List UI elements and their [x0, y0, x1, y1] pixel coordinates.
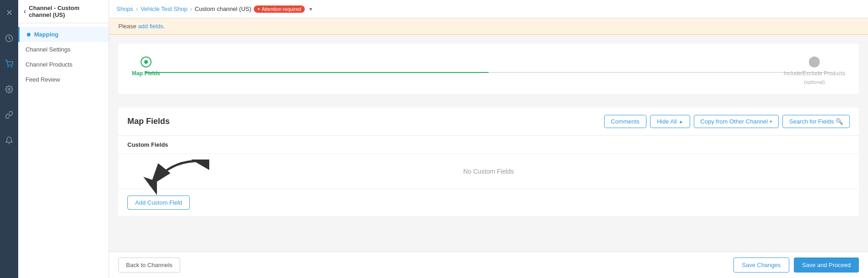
bell-icon[interactable] — [1, 132, 17, 149]
sidebar-item-channel-settings-label: Channel Settings — [25, 46, 71, 53]
empty-message: No Custom Fields — [463, 168, 514, 175]
add-field-row: Add Custom Field — [118, 189, 859, 216]
custom-fields-empty: No Custom Fields — [118, 154, 859, 189]
section-actions: Comments Hide All ▲ Copy from Other Chan… — [604, 115, 850, 128]
copy-from-channel-button[interactable]: Copy from Other Channel ▾ — [694, 115, 779, 128]
step-circle-1 — [141, 57, 151, 67]
footer: Back to Channels Save Changes Save and P… — [109, 252, 868, 278]
breadcrumb-sep-2: › — [190, 6, 192, 12]
breadcrumb-current: Custom channel (US) — [195, 5, 251, 12]
stepper-steps: Map Fields Include/Exclude Products (opt… — [132, 53, 845, 85]
sidebar: ‹ Channel - Custom channel (US) Mapping … — [18, 0, 109, 278]
hide-all-caret-icon: ▲ — [679, 119, 683, 124]
sidebar-item-channel-settings[interactable]: Channel Settings — [18, 42, 109, 57]
alert-prefix: Please — [118, 23, 138, 30]
section-title: Map Fields — [127, 117, 170, 126]
attention-badge: Attention required — [254, 5, 305, 13]
sidebar-title: Channel - Custom channel (US) — [29, 5, 103, 18]
footer-right: Save Changes Save and Proceed — [733, 257, 859, 273]
svg-point-2 — [11, 67, 12, 67]
active-indicator — [27, 33, 30, 36]
hide-all-label: Hide All — [657, 118, 677, 125]
copy-from-caret-icon: ▾ — [770, 119, 772, 124]
svg-point-3 — [8, 88, 10, 91]
search-icon: 🔍 — [836, 118, 843, 125]
content-area: Map Fields Include/Exclude Products (opt… — [109, 35, 868, 252]
svg-point-1 — [8, 67, 9, 67]
step-dot-1 — [144, 60, 148, 64]
search-for-fields-button[interactable]: Search for Fields 🔍 — [782, 115, 850, 128]
search-for-fields-label: Search for Fields — [789, 118, 834, 125]
step-label-1: Map Fields — [132, 70, 160, 77]
sidebar-item-channel-products-label: Channel Products — [25, 61, 72, 68]
sidebar-item-mapping[interactable]: Mapping — [18, 27, 109, 42]
step-sublabel-2: (optional) — [804, 79, 825, 85]
breadcrumb-shops[interactable]: Shops — [116, 5, 133, 12]
sidebar-item-feed-review[interactable]: Feed Review — [18, 72, 109, 87]
sidebar-close-icon[interactable]: ‹ — [24, 7, 26, 15]
stepper-step-include-exclude: Include/Exclude Products (optional) — [784, 53, 845, 85]
save-and-proceed-button[interactable]: Save and Proceed — [794, 257, 859, 273]
close-icon[interactable]: ✕ — [1, 5, 17, 21]
alert-link[interactable]: add fields. — [138, 23, 165, 30]
custom-fields-label: Custom Fields — [127, 141, 168, 148]
icon-bar: ✕ — [0, 0, 18, 278]
copy-from-label: Copy from Other Channel — [701, 118, 768, 125]
step-circle-2 — [809, 57, 820, 67]
stepper: Map Fields Include/Exclude Products (opt… — [118, 44, 859, 94]
sidebar-header: ‹ Channel - Custom channel (US) — [18, 0, 109, 23]
breadcrumb-sep-1: › — [136, 6, 138, 12]
section-header: Map Fields Comments Hide All ▲ Copy from… — [118, 108, 859, 136]
stepper-step-map-fields: Map Fields — [132, 53, 160, 85]
sidebar-item-feed-review-label: Feed Review — [25, 76, 60, 83]
sidebar-item-channel-products[interactable]: Channel Products — [18, 57, 109, 72]
back-to-channels-button[interactable]: Back to Channels — [118, 257, 180, 273]
clock-icon[interactable] — [1, 30, 17, 46]
sidebar-nav: Mapping Channel Settings Channel Product… — [18, 23, 109, 91]
gear-icon[interactable] — [1, 81, 17, 98]
save-changes-button[interactable]: Save Changes — [733, 257, 789, 273]
alert-banner: Please add fields. — [109, 18, 868, 35]
comments-button[interactable]: Comments — [604, 115, 646, 128]
map-fields-section: Map Fields Comments Hide All ▲ Copy from… — [118, 108, 859, 216]
add-custom-field-button[interactable]: Add Custom Field — [127, 196, 190, 210]
breadcrumb-vehicle-test-shop[interactable]: Vehicle Test Shop — [141, 5, 187, 12]
link-icon[interactable] — [1, 107, 17, 123]
sidebar-item-mapping-label: Mapping — [34, 31, 58, 38]
topbar: Shops › Vehicle Test Shop › Custom chann… — [109, 0, 868, 18]
hide-all-button[interactable]: Hide All ▲ — [650, 115, 690, 128]
breadcrumb-dropdown-icon[interactable]: ▾ — [309, 6, 312, 12]
cart-icon[interactable] — [1, 56, 17, 72]
custom-fields-header: Custom Fields — [118, 136, 859, 154]
main-content: Shops › Vehicle Test Shop › Custom chann… — [109, 0, 868, 278]
step-label-2: Include/Exclude Products — [784, 70, 845, 77]
